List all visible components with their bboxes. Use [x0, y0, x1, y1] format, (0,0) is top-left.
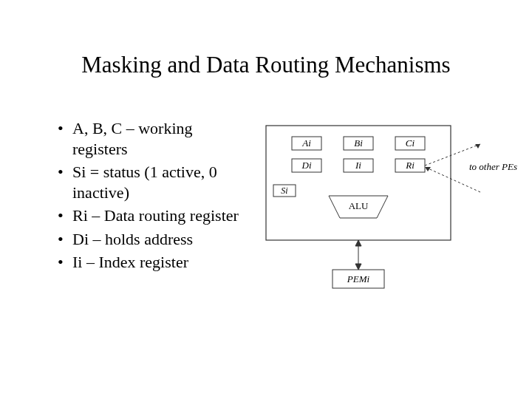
pe-diagram: Ai Bi Ci Di Ii Ri Si ALU to other PEs [259, 122, 517, 307]
list-item: Di – holds address [58, 229, 250, 250]
register-ai: Ai [292, 137, 321, 150]
svg-text:Ri: Ri [405, 160, 415, 171]
svg-marker-17 [475, 144, 480, 149]
register-bi: Bi [344, 137, 373, 150]
register-ci: Ci [395, 137, 425, 150]
svg-text:Ai: Ai [301, 137, 311, 149]
svg-marker-22 [355, 264, 361, 270]
register-ii: Ii [344, 159, 373, 172]
svg-text:Ci: Ci [406, 137, 415, 149]
register-ri: Ri [395, 159, 425, 172]
bullet-list: A, B, C – working registers Si = status … [58, 118, 250, 276]
list-item: Ii – Index register [58, 252, 250, 273]
page-title: Masking and Data Routing Mechanisms [0, 52, 532, 78]
register-si: Si [273, 185, 296, 197]
svg-marker-21 [355, 240, 361, 246]
alu-block: ALU [329, 196, 388, 218]
mem-link-icon [355, 240, 361, 270]
svg-text:Ii: Ii [355, 160, 361, 171]
svg-text:Bi: Bi [354, 137, 363, 149]
svg-text:ALU: ALU [349, 200, 369, 211]
list-item: Si = status (1 active, 0 inactive) [58, 162, 250, 202]
side-label: to other PEs [469, 161, 517, 172]
svg-text:Di: Di [301, 160, 312, 171]
register-di: Di [292, 159, 321, 172]
list-item: Ri – Data routing register [58, 205, 250, 226]
svg-text:PEMi: PEMi [347, 273, 370, 284]
pemi-block: PEMi [332, 270, 384, 288]
svg-text:Si: Si [281, 185, 287, 196]
list-item: A, B, C – working registers [58, 118, 250, 159]
